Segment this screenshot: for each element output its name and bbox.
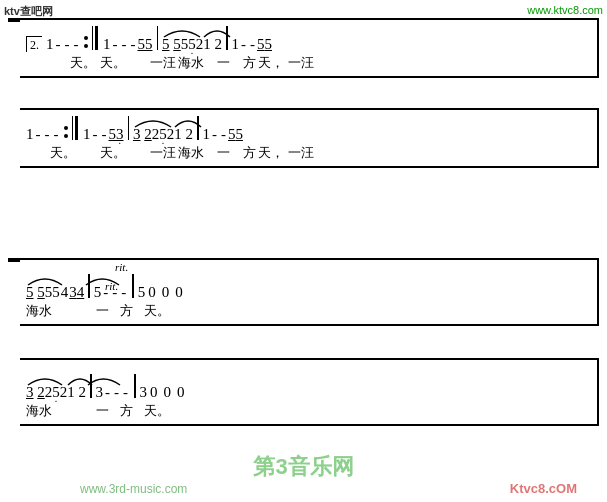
dash: -	[56, 37, 61, 52]
tie-group: 5 5	[162, 37, 181, 52]
dash: -	[65, 37, 70, 52]
dot	[84, 44, 88, 48]
note-dotbelow: 3.	[116, 127, 124, 142]
dash: -	[241, 37, 246, 52]
dash: -	[212, 127, 217, 142]
tie-group2: 1 2	[174, 127, 193, 142]
note: 2	[152, 127, 160, 142]
note: 5	[45, 285, 53, 300]
dash: -	[102, 127, 107, 142]
note: 1	[103, 37, 111, 52]
note: 0	[164, 385, 172, 400]
note: 2	[196, 37, 204, 52]
note: 5	[236, 127, 244, 142]
dot	[84, 36, 88, 40]
tie-group: 3 2	[26, 385, 45, 400]
thin-bar	[92, 26, 94, 50]
lyric: 天。	[144, 402, 184, 420]
lyric: 一汪	[150, 54, 178, 72]
note: 4	[77, 285, 85, 300]
tie-group: 5 5	[26, 285, 45, 300]
lyric: 一	[96, 402, 120, 420]
lyric: 一汪	[288, 144, 314, 162]
note: 5	[181, 37, 189, 52]
dash: -	[54, 127, 59, 142]
lyric: 方	[120, 302, 144, 320]
note: 5	[52, 285, 60, 300]
dash: -	[105, 385, 110, 400]
staff2-bottom: 3 2 2 5. 2 1 2	[20, 358, 599, 426]
tie-arc-end	[86, 377, 124, 387]
dash: -	[113, 37, 118, 52]
section2-bracket	[8, 258, 20, 262]
lyric: 天。	[100, 144, 150, 162]
repeat-dots	[64, 124, 68, 140]
staff1-bottom: 1 - - - 1 - - 5 3.	[20, 108, 599, 168]
note: 2	[167, 127, 175, 142]
bar-line	[197, 116, 199, 140]
note: 0	[150, 385, 158, 400]
note: 5	[138, 285, 146, 300]
lyric: 一	[96, 302, 120, 320]
note: 3	[140, 385, 148, 400]
note: 5	[257, 37, 265, 52]
watermark-bottom-center: 第3音乐网	[253, 452, 353, 482]
note: 0	[162, 285, 170, 300]
thick-bar	[95, 26, 98, 50]
note-group: 5	[145, 37, 153, 52]
dot	[64, 126, 68, 130]
staff2-bottom-notation: 3 2 2 5. 2 1 2	[20, 360, 597, 400]
tie-arc	[26, 277, 64, 287]
dash: -	[114, 385, 119, 400]
note: 2	[45, 385, 53, 400]
note: 0	[148, 285, 156, 300]
staff1-bottom-lyrics: 天。 天。 一汪 海水 一 方 天， 一汪	[20, 142, 597, 166]
dash: -	[93, 127, 98, 142]
tie-group2: 1 2	[67, 385, 86, 400]
dash: -	[123, 385, 128, 400]
staff1-top-notation: 2. 1 - - - 1 - - - 5 5	[20, 20, 597, 52]
tie-group: 3 2	[133, 127, 152, 142]
note-group: 5	[138, 37, 146, 52]
note: 0	[175, 285, 183, 300]
dash: -	[131, 37, 136, 52]
dash: -	[122, 37, 127, 52]
lyric: 天。	[100, 54, 150, 72]
page: ktv查吧网 www.ktvc8.com 第3音乐网 www.3rd-music…	[0, 0, 607, 502]
dash: -	[221, 127, 226, 142]
lyric: 海水	[26, 302, 96, 320]
staff2-top: rit. 5 5 5 5 4 3 4	[20, 258, 599, 326]
thick-bar	[75, 116, 78, 140]
rit-text: rit.	[105, 280, 118, 292]
note: 1	[232, 37, 240, 52]
lyric: 一汪	[150, 144, 178, 162]
volta-2: 2.	[26, 36, 42, 52]
note-dotted: 5.	[188, 37, 196, 52]
tie-arc	[133, 119, 173, 129]
repeat-dots	[84, 34, 88, 50]
thin-bar	[72, 116, 74, 140]
note: 5	[109, 127, 117, 142]
note: 0	[177, 385, 185, 400]
note: 4	[61, 285, 69, 300]
note-dotted: 5.	[159, 127, 167, 142]
tie-end-group: 3	[96, 385, 104, 400]
watermark-top-left: ktv查吧网	[4, 4, 53, 19]
staff1-top-lyrics: 天。 天。 一汪 海水 一 方 天， 一汪	[20, 52, 597, 76]
lyric: 一汪	[288, 54, 314, 72]
staff1-top: 2. 1 - - - 1 - - - 5 5	[20, 18, 599, 78]
bar-line	[134, 374, 136, 398]
staff2-top-lyrics: 海水 一 方 天。	[20, 300, 597, 324]
watermark-bottom-right: Ktvc8.cOM	[510, 481, 577, 496]
note: 1	[46, 37, 54, 52]
bar-line	[157, 26, 159, 50]
dash: -	[74, 37, 79, 52]
staff2-bottom-lyrics: 海水 一 方 天。	[20, 400, 597, 424]
bar-line	[132, 274, 134, 298]
lyric: 方	[120, 402, 144, 420]
lyric: 海水 一 方	[178, 144, 258, 162]
dash: -	[121, 285, 126, 300]
watermark-bottom-left: www.3rd-music.com	[80, 482, 187, 496]
lyric: 天，	[258, 144, 288, 162]
bar-line	[128, 116, 130, 140]
